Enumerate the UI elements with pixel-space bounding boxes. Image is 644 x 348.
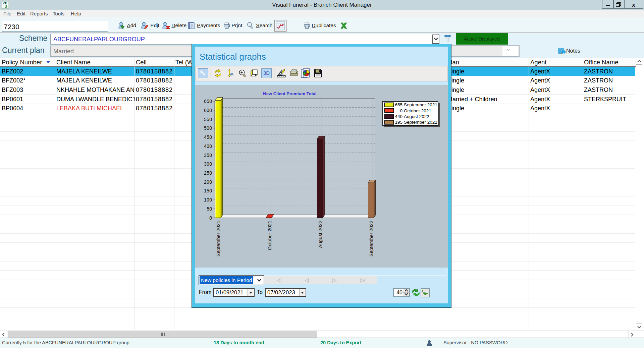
svg-text:September 2021: September 2021 [216,221,221,256]
svg-text:450: 450 [204,134,212,140]
svg-text:600: 600 [204,108,212,113]
svg-text:195: 195 [395,120,402,125]
svg-text:500: 500 [204,125,212,131]
svg-text:250: 250 [204,170,212,176]
svg-text:100: 100 [204,197,212,202]
svg-text:300: 300 [204,161,212,167]
svg-text:550: 550 [204,117,212,122]
svg-text:October 2021: October 2021 [404,108,431,113]
svg-text:655: 655 [395,102,402,107]
svg-text:50: 50 [207,206,212,212]
svg-text:New Client Premium Total: New Client Premium Total [263,91,316,96]
svg-text:October 2021: October 2021 [267,221,272,250]
svg-text:440: 440 [395,114,402,119]
svg-text:August 2022: August 2022 [404,114,429,119]
svg-text:0: 0 [209,215,212,221]
svg-text:September 2022: September 2022 [404,120,437,125]
svg-text:September 2022: September 2022 [369,221,374,256]
svg-text:3: 3 [5,4,7,9]
svg-text:350: 350 [204,153,212,158]
svg-text:650: 650 [204,99,212,104]
svg-text:200: 200 [204,179,212,185]
svg-text:400: 400 [204,143,212,149]
svg-text:0: 0 [400,108,402,113]
svg-text:September 2021: September 2021 [404,102,437,107]
svg-text:August 2022: August 2022 [318,221,323,248]
svg-text:150: 150 [204,188,212,193]
